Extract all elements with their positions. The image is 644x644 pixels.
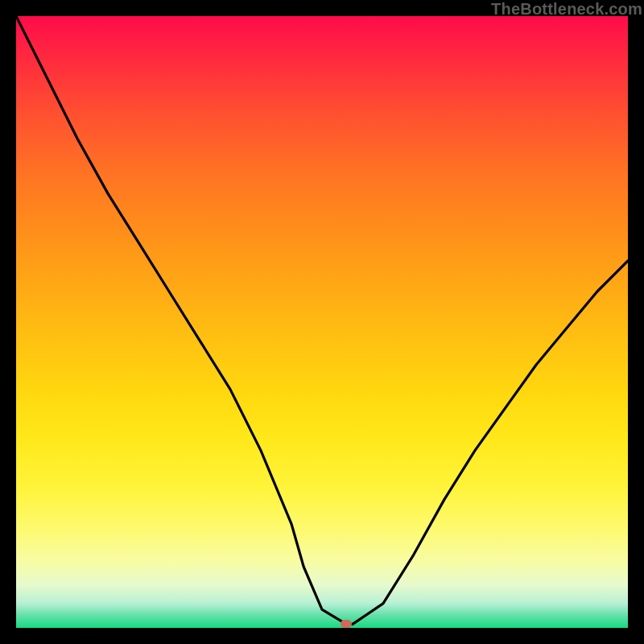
optimal-point-marker: [341, 620, 352, 628]
curve-svg: [16, 16, 628, 628]
chart-container: TheBottleneck.com: [0, 0, 644, 644]
plot-area: [16, 16, 628, 628]
bottleneck-curve: [16, 16, 628, 624]
